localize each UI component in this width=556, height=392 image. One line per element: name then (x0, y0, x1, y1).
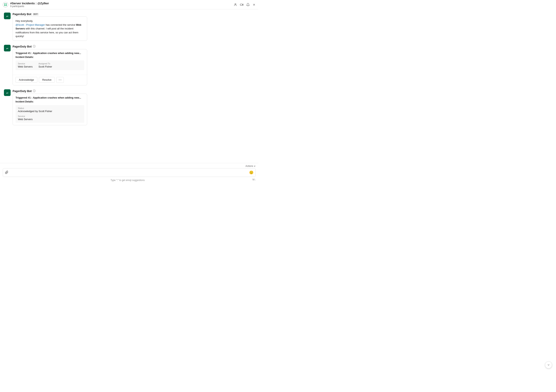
input-bottom-bar: Type ":" to get emoji suggestions M↓ (3, 178, 256, 182)
sender-name-2: PagerDuty Bot (13, 45, 32, 48)
incident-details-1: Service Web Servers Assigned To Scott Fi… (15, 61, 84, 70)
message-2: pd PagerDuty Bot ⓘ Triggered #1 : Applic… (4, 45, 255, 85)
markup-hint: M↓ (253, 178, 256, 181)
chat-area: pd Pagerduty Bot BOT Hey everybody, @Sco… (0, 9, 258, 163)
message-1: pd Pagerduty Bot BOT Hey everybody, @Sco… (4, 13, 255, 41)
status-label: Status (18, 107, 82, 109)
assigned-label: Assigned To (39, 62, 52, 65)
incident-subtitle-1: Incident Details: (15, 56, 84, 59)
avatar-3: pd (4, 89, 11, 96)
svg-text:pd: pd (6, 15, 8, 17)
svg-text:pd: pd (6, 47, 8, 49)
incident-subtitle-2: Incident Details: (15, 100, 84, 103)
channel-name: #Server Incidents : @Zylker (10, 1, 49, 5)
service-value: Web Servers (18, 65, 33, 68)
channel-info: #Server Incidents : @Zylker 9 participan… (10, 1, 49, 8)
incident-title-1: Triggered #1 : Application crashes when … (15, 52, 84, 54)
bell-icon[interactable] (246, 3, 250, 7)
message-input[interactable] (10, 171, 247, 174)
input-area: Actions ∨ 🙂 Type ":" to get emoji sugges… (0, 163, 258, 183)
message-header-3: PagerDuty Bot ⓘ (13, 89, 255, 93)
details-service-col-2: Service Web Servers (18, 115, 82, 121)
sender-name-3: PagerDuty Bot (13, 90, 32, 93)
service-label-2: Service (18, 115, 82, 117)
status-value: Acknowledged by Scott Fisher (18, 110, 82, 113)
svg-point-0 (3, 2, 8, 7)
service-value-2: Web Servers (18, 118, 82, 121)
incident-card-1: Triggered #1 : Application crashes when … (13, 49, 87, 85)
info-icon-2[interactable]: ⓘ (33, 45, 36, 48)
header-left: #Server Incidents : @Zylker 9 participan… (3, 1, 49, 8)
incident-details-2: Status Acknowledged by Scott Fisher Serv… (15, 105, 84, 123)
sender-name-1: Pagerduty Bot (13, 13, 31, 16)
mention-scott[interactable]: @Scott - Project Manager (15, 23, 45, 26)
avatar-2: pd (4, 45, 11, 51)
close-icon[interactable] (253, 3, 256, 6)
details-assigned-col: Assigned To Scott Fisher (39, 62, 52, 68)
service-label: Service (18, 62, 33, 65)
incident-card-body-2: Triggered #1 : Application crashes when … (13, 94, 87, 125)
message-content-3: PagerDuty Bot ⓘ Triggered #1 : Applicati… (13, 89, 255, 125)
message-content-1: Pagerduty Bot BOT Hey everybody, @Scott … (13, 13, 255, 41)
assigned-value: Scott Fisher (39, 65, 52, 68)
attach-icon[interactable] (5, 171, 8, 175)
video-icon[interactable] (240, 3, 243, 7)
actions-dropdown[interactable]: Actions ∨ (245, 165, 256, 168)
header: #Server Incidents : @Zylker 9 participan… (0, 0, 258, 9)
resolve-button[interactable]: Resolve (39, 77, 55, 83)
incident-title-2: Triggered #1 : Application crashes when … (15, 96, 84, 99)
participant-count: 9 participants (10, 5, 49, 8)
message-header-2: PagerDuty Bot ⓘ (13, 45, 255, 48)
info-icon-3[interactable]: ⓘ (33, 89, 36, 93)
channel-icon (3, 2, 8, 8)
header-right (234, 3, 256, 7)
actions-bar: Actions ∨ (3, 165, 256, 168)
text-bubble-1: Hey everybody, @Scott - Project Manager … (13, 16, 87, 41)
message-header-1: Pagerduty Bot BOT (13, 13, 255, 16)
more-actions-button[interactable]: ⋯ (56, 77, 64, 83)
input-wrapper: 🙂 (3, 168, 256, 177)
avatar-1: pd (4, 13, 11, 19)
acknowledge-button[interactable]: Acknowledge (15, 77, 37, 83)
svg-text:pd: pd (6, 92, 8, 94)
svg-rect-10 (240, 4, 242, 6)
incident-card-2: Triggered #1 : Application crashes when … (13, 94, 87, 125)
svg-point-9 (235, 4, 236, 5)
details-service-col: Service Web Servers (18, 62, 33, 68)
people-icon[interactable] (234, 3, 237, 7)
emoji-hint: Type ":" to get emoji suggestions (3, 179, 253, 182)
emoji-icon[interactable]: 🙂 (249, 170, 254, 175)
details-status-col: Status Acknowledged by Scott Fisher (18, 107, 82, 113)
bot-badge-1: BOT (33, 13, 39, 15)
card-actions-1: Acknowledge Resolve ⋯ (13, 75, 87, 85)
message-3: pd PagerDuty Bot ⓘ Triggered #1 : Applic… (4, 89, 255, 125)
message-content-2: PagerDuty Bot ⓘ Triggered #1 : Applicati… (13, 45, 255, 85)
incident-card-body-1: Triggered #1 : Application crashes when … (13, 49, 87, 75)
